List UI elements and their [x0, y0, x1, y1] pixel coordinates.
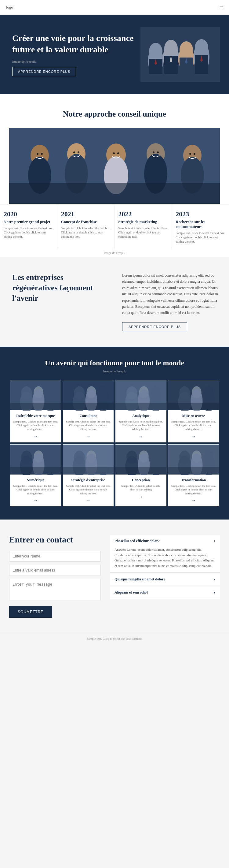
card-image: [63, 444, 114, 475]
card-text: Sample text. Click to select the text bo…: [118, 420, 163, 431]
card-text: Sample text. Click to select the text bo…: [171, 484, 216, 496]
logo: logo: [6, 5, 13, 10]
chevron-right-icon: ›: [214, 590, 215, 595]
card-image: [115, 380, 166, 411]
faq-item: Quisque fringilla sit amet dolor? ›: [110, 574, 220, 586]
chevron-right-icon: ›: [214, 538, 215, 544]
future-img-credit: Images de Freepik: [9, 370, 220, 373]
card-body: Consultant Sample text. Click to select …: [63, 411, 114, 442]
regen-text: Lorem ipsum dolor sit amet, consectetur …: [122, 272, 220, 316]
faq-question-text: Quisque fringilla sit amet dolor?: [114, 577, 165, 582]
svg-rect-38: [9, 183, 220, 205]
svg-point-33: [117, 152, 119, 154]
card-image: [10, 444, 61, 475]
hero-img-credit: Image de Freepik: [12, 60, 141, 63]
future-title: Un avenir qui fonctionne pour tout le mo…: [9, 359, 220, 367]
card-title: Numérique: [13, 478, 58, 483]
card-text: Sample text. Click to select the text bo…: [171, 420, 216, 431]
svg-rect-95: [115, 467, 166, 474]
message-input[interactable]: [9, 579, 101, 600]
card-text: Sample text. Click to select the text bo…: [66, 420, 111, 431]
title-2022: Stratégie de marketing: [118, 219, 168, 224]
svg-point-28: [37, 153, 38, 155]
card-arrow-icon[interactable]: →: [191, 434, 196, 439]
regen-right: Lorem ipsum dolor sit amet, consectetur …: [122, 272, 220, 331]
footer: Sample text. Click to select the Text El…: [0, 633, 229, 644]
card-arrow-icon[interactable]: →: [138, 434, 143, 439]
faq-question-1[interactable]: Quisque fringilla sit amet dolor? ›: [110, 574, 220, 586]
image-credit: Image de Freepik: [0, 249, 229, 257]
card-body: Numérique Sample text. Click to select t…: [10, 475, 61, 507]
svg-rect-39: [9, 204, 220, 205]
title-2023: Recherche sur les consommateurs: [176, 219, 225, 229]
faq-item: Phasellus sed efficitur dolor? › Answer:…: [110, 535, 220, 572]
header: logo ≡: [0, 0, 229, 15]
contact-right: Phasellus sed efficitur dolor? › Answer:…: [110, 535, 220, 618]
hero-text-block: Créer une voie pour la croissance future…: [12, 33, 141, 76]
text-2022: Sample text. Click to select the text bo…: [118, 226, 168, 239]
faq-question-2[interactable]: Aliquam et sem odio? ›: [110, 587, 220, 599]
year-2023: 2023: [176, 210, 225, 218]
svg-rect-79: [10, 467, 61, 474]
card-text: Sample text. Click to select the text bo…: [13, 420, 58, 431]
hero-title: Créer une voie pour la croissance future…: [12, 33, 141, 55]
card-image: [10, 380, 61, 411]
svg-point-36: [189, 153, 191, 155]
card-item: Rafraîchir votre marque Sample text. Cli…: [10, 380, 61, 442]
card-arrow-icon[interactable]: →: [86, 434, 91, 439]
regen-learn-more-button[interactable]: APPRENDRE ENCORE PLUS: [122, 322, 187, 331]
year-2020: 2020: [4, 210, 53, 218]
chevron-right-icon: ›: [214, 577, 215, 582]
svg-point-32: [113, 152, 115, 154]
timeline-item-2020: 2020 Notre premier grand projet Sample t…: [0, 205, 58, 249]
card-title: Mise en œuvre: [171, 414, 216, 418]
svg-rect-103: [168, 467, 219, 474]
card-item: Mise en œuvre Sample text. Click to sele…: [168, 380, 219, 442]
approach-section: Notre approche conseil unique: [0, 94, 229, 205]
card-image: [168, 444, 219, 475]
regen-left: Les entreprises régénératives façonnent …: [12, 272, 110, 309]
contact-left: Entrer en contact SOUMETTRE: [9, 535, 101, 618]
faq-answer: Answer: Lorem ipsum dolor sit amet, cons…: [110, 547, 220, 572]
faq-question-0[interactable]: Phasellus sed efficitur dolor? ›: [110, 535, 220, 547]
card-arrow-icon[interactable]: →: [191, 498, 196, 503]
card-image: [63, 380, 114, 411]
faq-question-text: Aliquam et sem odio?: [114, 590, 148, 595]
card-arrow-icon[interactable]: →: [33, 498, 38, 503]
timeline-item-2022: 2022 Stratégie de marketing Sample text.…: [115, 205, 172, 249]
svg-point-37: [194, 153, 195, 155]
card-item: Transformation Sample text. Click to sel…: [168, 444, 219, 507]
approach-title: Notre approche conseil unique: [9, 110, 220, 119]
card-body: Conception Sample text . Click to select…: [115, 475, 166, 503]
timeline-item-2023: 2023 Recherche sur les consommateurs Sam…: [172, 205, 229, 249]
card-title: Rafraîchir votre marque: [13, 414, 58, 418]
card-item: Stratégie d'entreprise Sample text. Clic…: [63, 444, 114, 507]
hamburger-icon[interactable]: ≡: [220, 4, 223, 11]
future-section: Un avenir qui fonctionne pour tout le mo…: [0, 347, 229, 520]
card-item: Consultant Sample text. Click to select …: [63, 380, 114, 442]
card-arrow-icon[interactable]: →: [138, 494, 143, 499]
contact-section: Entrer en contact SOUMETTRE Phasellus se…: [0, 520, 229, 633]
card-item: Numérique Sample text. Click to select t…: [10, 444, 61, 507]
footer-text: Sample text. Click to select the Text El…: [87, 637, 143, 640]
card-image: [115, 444, 166, 475]
card-body: Analytique Sample text. Click to select …: [115, 411, 166, 442]
hero-section: Créer une voie pour la croissance future…: [0, 15, 229, 94]
card-arrow-icon[interactable]: →: [86, 498, 91, 503]
svg-point-34: [153, 151, 154, 153]
svg-point-31: [78, 151, 79, 153]
card-body: Stratégie d'entreprise Sample text. Clic…: [63, 475, 114, 507]
email-input[interactable]: [9, 565, 101, 576]
hero-learn-more-button[interactable]: APPRENDRE ENCORE PLUS: [12, 67, 76, 76]
card-arrow-icon[interactable]: →: [33, 434, 38, 439]
card-title: Stratégie d'entreprise: [66, 478, 111, 483]
svg-point-35: [157, 151, 159, 153]
svg-rect-55: [63, 403, 114, 410]
card-body: Mise en œuvre Sample text. Click to sele…: [168, 411, 219, 442]
card-title: Analytique: [118, 414, 163, 418]
text-2023: Sample text. Click to select the text bo…: [176, 231, 225, 244]
hero-image: [141, 27, 220, 82]
name-input[interactable]: [9, 551, 101, 562]
contact-title: Entrer en contact: [9, 535, 101, 545]
submit-button[interactable]: SOUMETTRE: [9, 606, 52, 618]
